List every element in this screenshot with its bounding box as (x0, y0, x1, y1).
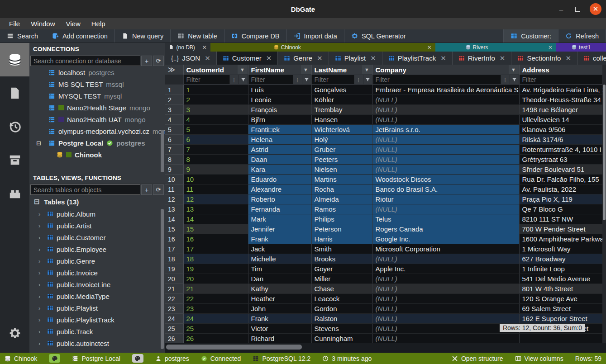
tables-search-input[interactable] (30, 184, 140, 195)
file-tab-genre[interactable]: Genre✕ (278, 52, 329, 65)
grid-corner-cell[interactable]: ≫ (165, 65, 183, 75)
cell-company-row23[interactable]: (NULL) (372, 304, 519, 314)
cell-id-row22[interactable]: 22 (183, 294, 248, 304)
cell-last-row15[interactable]: Peterson (311, 224, 372, 234)
toolbar-current-tab-button[interactable]: Customer: (503, 29, 558, 43)
file-tab-riverinfo[interactable]: RiverInfo✕ (453, 52, 512, 65)
cell-id-row13[interactable]: 13 (183, 204, 248, 214)
cell-address-row7[interactable]: Rotenturmstraße 4, 1010 I (519, 145, 602, 155)
cell-last-row26[interactable]: Cunningham (311, 334, 372, 343)
cell-address-row4[interactable]: Ullevĺlsveien 14 (519, 115, 602, 125)
database-item-chinook[interactable]: Chinook (29, 149, 165, 161)
connections-scrollbar[interactable] (161, 130, 164, 172)
activitybar-filter-triangle-icon[interactable] (0, 210, 29, 244)
close-tab-icon[interactable]: ✕ (565, 54, 571, 62)
db-tab-nodb[interactable]: (no DB)✕ (165, 43, 210, 52)
cell-last-row23[interactable]: Gordon (311, 304, 372, 314)
cell-last-row16[interactable]: Harris (311, 234, 372, 244)
column-header-company[interactable]: Company▼ (372, 65, 519, 75)
cell-company-row10[interactable]: Woodstock Discos (372, 175, 519, 184)
column-header-address[interactable]: Address (519, 65, 602, 75)
filter-input-lastname[interactable] (312, 75, 354, 84)
connection-item[interactable]: ⊟Postgre Localpostgres (29, 137, 165, 149)
cell-first-row19[interactable]: Tim (248, 264, 311, 274)
cell-id-row26[interactable]: 26 (183, 334, 248, 343)
cell-id-row3[interactable]: 3 (183, 105, 248, 115)
cell-last-row17[interactable]: Smith (311, 244, 372, 254)
cell-first-row20[interactable]: Dan (248, 274, 311, 284)
table-item-genre[interactable]: ›public.Genre (29, 255, 165, 267)
cell-company-row4[interactable]: (NULL) (372, 115, 519, 125)
cell-id-row23[interactable]: 23 (183, 304, 248, 314)
menu-help[interactable]: Help (87, 19, 110, 28)
collapse-icon[interactable]: ⊟ (36, 140, 42, 147)
cell-company-row7[interactable]: (NULL) (372, 145, 519, 155)
cell-first-row4[interactable]: Bjřrn (248, 115, 311, 125)
toolbar-import-data-button[interactable]: Import data (287, 29, 344, 43)
cell-company-row9[interactable]: (NULL) (372, 165, 519, 175)
close-button[interactable]: ✕ (590, 3, 601, 15)
cell-company-row24[interactable]: (NULL) (372, 314, 519, 324)
close-tab-icon[interactable]: ✕ (266, 54, 272, 62)
cell-company-row17[interactable]: Microsoft Corporation (372, 244, 519, 254)
cell-last-row7[interactable]: Gruber (311, 145, 372, 155)
chevron-down-icon[interactable]: ▼ (301, 65, 311, 74)
toolbar-sql-generator-button[interactable]: SQL Generator (344, 29, 413, 43)
row-number-cell[interactable]: 16 (165, 234, 183, 244)
table-item-invoice[interactable]: ›public.Invoice (29, 267, 165, 279)
chevron-down-icon[interactable]: ▼ (362, 65, 372, 74)
cell-last-row25[interactable]: Stevens (311, 324, 372, 334)
cell-address-row1[interactable]: Av. Brigadeiro Faria Lima, 2 (519, 85, 602, 95)
cell-address-row13[interactable]: Qe 7 Bloco G (519, 204, 602, 214)
cell-last-row20[interactable]: Miller (311, 274, 372, 284)
chevron-right-icon[interactable]: › (38, 222, 44, 229)
toolbar-compare-db-button[interactable]: Compare DB (224, 29, 287, 43)
cell-last-row3[interactable]: Tremblay (311, 105, 372, 115)
row-number-cell[interactable]: 2 (165, 95, 183, 105)
cell-first-row15[interactable]: Jennifer (248, 224, 311, 234)
cell-address-row11[interactable]: Av. Paulista, 2022 (519, 184, 602, 194)
statusbar-color-badge[interactable] (49, 354, 60, 363)
cell-last-row18[interactable]: Brooks (311, 254, 372, 264)
cell-address-row6[interactable]: Rilská 3174/6 (519, 135, 602, 145)
menu-view[interactable]: View (62, 19, 85, 28)
cell-id-row4[interactable]: 4 (183, 115, 248, 125)
cell-address-row16[interactable]: 1600 Amphitheatre Parkwa (519, 234, 602, 244)
menu-window[interactable]: Window (26, 19, 59, 28)
cell-id-row14[interactable]: 14 (183, 214, 248, 224)
cell-last-row11[interactable]: Rocha (311, 184, 372, 194)
close-tab-icon[interactable]: ✕ (198, 44, 207, 51)
row-number-cell[interactable]: 14 (165, 214, 183, 224)
column-header-customerid[interactable]: CustomerId▼ (183, 65, 248, 75)
close-tab-icon[interactable]: ✕ (205, 54, 210, 62)
row-number-cell[interactable]: 20 (165, 274, 183, 284)
tables-group-row[interactable]: ⊟ Tables (13) (29, 195, 165, 208)
cell-first-row9[interactable]: Kara (248, 165, 311, 175)
cell-address-row22[interactable]: 120 S Orange Ave (519, 294, 602, 304)
cell-first-row5[interactable]: Franti□ek (248, 125, 311, 135)
cell-id-row10[interactable]: 10 (183, 175, 248, 184)
cell-last-row24[interactable]: Ralston (311, 314, 372, 324)
cell-company-row5[interactable]: JetBrains s.r.o. (372, 125, 519, 135)
cell-first-row13[interactable]: Fernanda (248, 204, 311, 214)
cell-id-row8[interactable]: 8 (183, 155, 248, 165)
cell-company-row8[interactable]: (NULL) (372, 155, 519, 165)
cell-company-row25[interactable]: (NULL) (372, 324, 519, 334)
connection-item[interactable]: Nano2Health UATmongo (29, 113, 165, 125)
chevron-right-icon[interactable]: › (38, 293, 44, 300)
table-item-autoinctest[interactable]: ›public.autoinctest (29, 337, 165, 349)
file-tab-sectioninfo[interactable]: SectionInfo✕ (511, 52, 577, 65)
cell-address-row19[interactable]: 1 Infinite Loop (519, 264, 602, 274)
cell-first-row1[interactable]: Luís (248, 85, 311, 95)
grid-horizontal-scrollbar[interactable] (165, 343, 606, 353)
cell-first-row7[interactable]: Astrid (248, 145, 311, 155)
cell-first-row23[interactable]: John (248, 304, 311, 314)
row-number-cell[interactable]: 15 (165, 224, 183, 234)
cell-first-row26[interactable]: Richard (248, 334, 311, 343)
cell-first-row18[interactable]: Michelle (248, 254, 311, 264)
chevron-right-icon[interactable]: › (38, 211, 44, 217)
cell-address-row17[interactable]: 1 Microsoft Way (519, 244, 602, 254)
cell-id-row19[interactable]: 19 (183, 264, 248, 274)
grid-vertical-scrollbar[interactable] (602, 65, 606, 343)
row-number-cell[interactable]: 6 (165, 135, 183, 145)
